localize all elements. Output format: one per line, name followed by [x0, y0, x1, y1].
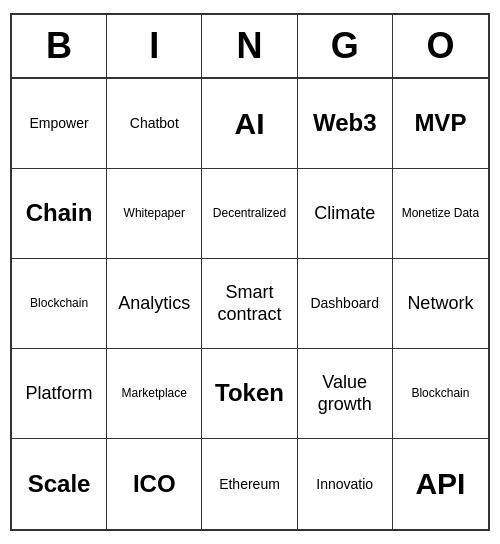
cell-text: Value growth [304, 372, 386, 415]
cell-text: Ethereum [219, 476, 280, 493]
header-letter: O [393, 15, 488, 77]
bingo-cell: Blockchain [12, 259, 107, 349]
bingo-grid: EmpowerChatbotAIWeb3MVPChainWhitepaperDe… [12, 79, 488, 529]
bingo-cell: Monetize Data [393, 169, 488, 259]
cell-text: Monetize Data [402, 206, 479, 220]
bingo-cell: Chatbot [107, 79, 202, 169]
bingo-cell: Dashboard [298, 259, 393, 349]
cell-text: Marketplace [122, 386, 187, 400]
bingo-cell: ICO [107, 439, 202, 529]
cell-text: Smart contract [208, 282, 290, 325]
bingo-cell: Marketplace [107, 349, 202, 439]
cell-text: Scale [28, 470, 91, 499]
cell-text: Empower [30, 115, 89, 132]
bingo-cell: MVP [393, 79, 488, 169]
bingo-cell: Analytics [107, 259, 202, 349]
bingo-cell: Empower [12, 79, 107, 169]
bingo-header: BINGO [12, 15, 488, 79]
bingo-cell: Smart contract [202, 259, 297, 349]
bingo-cell: Whitepaper [107, 169, 202, 259]
cell-text: Network [407, 293, 473, 315]
bingo-card: BINGO EmpowerChatbotAIWeb3MVPChainWhitep… [10, 13, 490, 531]
bingo-cell: Blockchain [393, 349, 488, 439]
bingo-cell: Token [202, 349, 297, 439]
cell-text: Token [215, 379, 284, 408]
cell-text: Chatbot [130, 115, 179, 132]
bingo-cell: Web3 [298, 79, 393, 169]
bingo-cell: Network [393, 259, 488, 349]
bingo-cell: Platform [12, 349, 107, 439]
cell-text: Blockchain [30, 296, 88, 310]
cell-text: Web3 [313, 109, 377, 138]
header-letter: B [12, 15, 107, 77]
cell-text: Decentralized [213, 206, 286, 220]
cell-text: Blockchain [411, 386, 469, 400]
cell-text: API [415, 466, 465, 502]
cell-text: AI [234, 106, 264, 142]
header-letter: I [107, 15, 202, 77]
bingo-cell: Climate [298, 169, 393, 259]
bingo-cell: Ethereum [202, 439, 297, 529]
cell-text: Innovatio [316, 476, 373, 493]
header-letter: G [298, 15, 393, 77]
bingo-cell: Chain [12, 169, 107, 259]
cell-text: Analytics [118, 293, 190, 315]
bingo-cell: Value growth [298, 349, 393, 439]
cell-text: Chain [26, 199, 93, 228]
bingo-cell: API [393, 439, 488, 529]
cell-text: Climate [314, 203, 375, 225]
bingo-cell: AI [202, 79, 297, 169]
bingo-cell: Scale [12, 439, 107, 529]
cell-text: Platform [26, 383, 93, 405]
cell-text: Whitepaper [124, 206, 185, 220]
header-letter: N [202, 15, 297, 77]
bingo-cell: Decentralized [202, 169, 297, 259]
bingo-cell: Innovatio [298, 439, 393, 529]
cell-text: Dashboard [310, 295, 379, 312]
cell-text: ICO [133, 470, 176, 499]
cell-text: MVP [414, 109, 466, 138]
